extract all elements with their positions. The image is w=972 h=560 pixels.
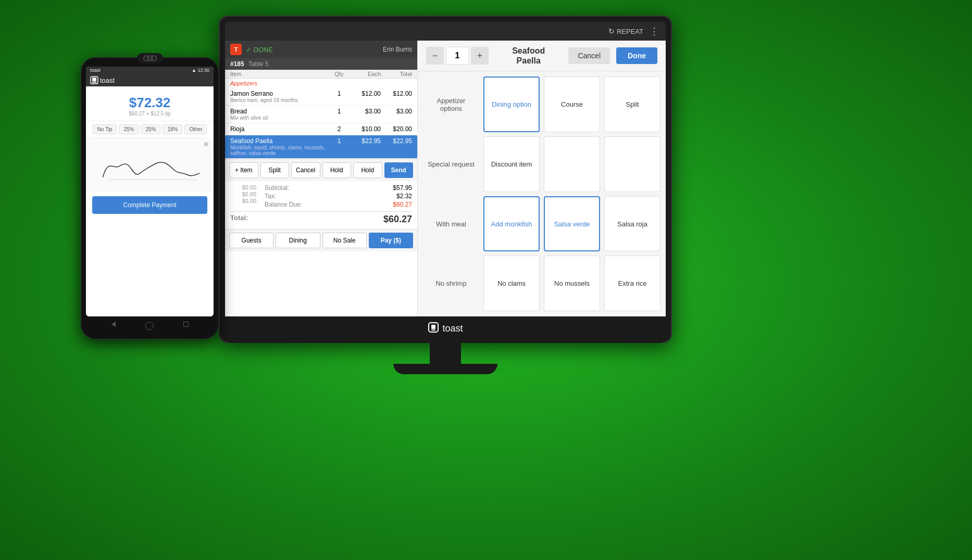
tip-18-button[interactable]: 18% [163, 124, 182, 134]
col-total-header: Total [381, 71, 412, 77]
close-icon[interactable]: ✕ [203, 140, 209, 148]
back-button[interactable] [111, 322, 116, 327]
extra-rice-button[interactable]: Extra rice [604, 256, 661, 311]
order-item[interactable]: Jamon SerranoIberico ham, aged 18 months… [225, 88, 417, 106]
no-clams-button[interactable]: No clams [483, 256, 540, 311]
split-mod-button[interactable]: Split [604, 77, 661, 132]
course-button[interactable]: Course [544, 77, 600, 132]
tax-label: Tax: [265, 193, 276, 200]
monitor-brand-text: toast [442, 323, 463, 334]
phone-signal-time: ▲ 12:30 [192, 68, 209, 73]
quantity-control: − 1 + [426, 47, 489, 65]
no-tip-button[interactable]: No Tip [93, 124, 117, 134]
order-item[interactable]: Rioja 2 $10.00 $20.00 [225, 123, 417, 135]
done-label[interactable]: ✓ DONE [246, 46, 273, 54]
tip-other-button[interactable]: Other [184, 124, 207, 134]
pos-header: T ✓ DONE Erin Burris [225, 41, 417, 58]
pos-totals: $0.00$0.00$0.00 Subtotal: $57.95 Tax: $2… [225, 181, 417, 229]
monitor-stand-neck [430, 343, 461, 364]
nfc-icon [137, 53, 163, 63]
pos-layout: T ✓ DONE Erin Burris #185 Table 5 Item Q… [225, 41, 666, 316]
dining-option-button[interactable]: Dining option [483, 77, 540, 132]
cancel-button[interactable]: Cancel [291, 162, 320, 178]
salsa-roja-button[interactable]: Salsa roja [604, 196, 661, 252]
modifier-done-button[interactable]: Done [616, 47, 657, 64]
tax-row: Tax: $2.32 [265, 193, 412, 200]
with-meal-label: With meal [423, 196, 479, 252]
special-request-label: Special request [423, 136, 479, 192]
monitor-screen-outer: ↻ REPEAT ⋮ T ✓ DONE Erin Burris #185 [219, 16, 672, 343]
waiter-name: Erin Burris [383, 46, 412, 53]
signature-area[interactable]: ✕ [86, 138, 214, 192]
svg-rect-8 [92, 82, 96, 83]
signature-svg [92, 148, 207, 185]
tip-25-button[interactable]: 25% [119, 124, 139, 134]
recent-apps-button[interactable] [183, 322, 189, 327]
complete-payment-button[interactable]: Complete Payment [92, 196, 207, 214]
send-button[interactable]: Send [384, 162, 414, 178]
hold-button-2[interactable]: Hold [353, 162, 382, 178]
tip-row: No Tip 25% 25% 18% Other [86, 121, 214, 137]
order-number: #185 [230, 60, 244, 68]
monitor-brand: toast [225, 322, 666, 340]
discount-item-button[interactable]: Discount item [483, 136, 540, 192]
appetizer-options-label: Appetizer options [423, 77, 479, 132]
repeat-icon: ↻ [608, 27, 615, 35]
subtotal-label: Subtotal: [265, 184, 289, 192]
phone-toast-brand: toast [90, 76, 209, 84]
balance-value: $60.27 [393, 201, 412, 208]
hold-button[interactable]: Hold [322, 162, 352, 178]
pos-bottom-bar: Guests Dining No Sale Pay ($) [225, 229, 417, 251]
no-sale-button[interactable]: No Sale [322, 233, 367, 248]
guests-button[interactable]: Guests [229, 233, 273, 248]
order-item-selected[interactable]: Seafood PaellaMonkfish, squid, shrimp, c… [225, 135, 417, 159]
phone-header: toast [86, 74, 214, 86]
salsa-verde-button[interactable]: Salsa verde [544, 196, 600, 252]
pos-action-bar: + Item Split Cancel Hold Hold Send [225, 159, 417, 181]
balance-label: Balance Due: [265, 201, 302, 208]
monitor-screen: T ✓ DONE Erin Burris #185 Table 5 Item Q… [225, 41, 666, 316]
pay-button[interactable]: Pay ($) [369, 233, 413, 248]
more-options-icon[interactable]: ⋮ [650, 26, 659, 37]
increase-qty-button[interactable]: + [471, 47, 489, 65]
svg-point-5 [151, 56, 156, 61]
no-mussels-button[interactable]: No mussels [544, 256, 600, 311]
repeat-button[interactable]: ↻ REPEAT [608, 27, 643, 35]
phone-outer: toast ▲ 12:30 toast $72.32 $60.27 + $12.… [81, 57, 219, 339]
phone-total-area: $72.32 $60.27 + $12.5 tip [86, 86, 214, 121]
monitor: ↻ REPEAT ⋮ T ✓ DONE Erin Burris #185 [219, 16, 672, 374]
balance-row: Balance Due: $60.27 [265, 201, 412, 208]
modifier-panel: − 1 + SeafoodPaella Cancel Done Appetize… [418, 41, 666, 316]
qty-display: 1 [446, 47, 469, 65]
total-value: $60.27 [383, 214, 412, 225]
col-each-header: Each [350, 71, 381, 77]
toast-logo-icon: T [230, 44, 242, 55]
decrease-qty-button[interactable]: − [426, 47, 444, 65]
monitor-top-bar: ↻ REPEAT ⋮ [225, 22, 666, 41]
add-item-button[interactable]: + Item [229, 162, 258, 178]
svg-rect-1 [431, 325, 435, 329]
phone-total-sub: $60.27 + $12.5 tip [92, 111, 207, 117]
subtotal-row: Subtotal: $57.95 [265, 184, 412, 192]
home-button[interactable] [145, 322, 154, 330]
monitor-toast-logo [428, 322, 439, 336]
order-item[interactable]: BreadMix with olive oil 1 $3.00 $3.00 [225, 106, 417, 123]
order-meta: #185 Table 5 [225, 58, 417, 70]
table-name: Table 5 [248, 60, 269, 68]
modifier-cancel-button[interactable]: Cancel [568, 47, 610, 64]
add-monkfish-button[interactable]: Add monkfish [483, 196, 540, 252]
repeat-label: REPEAT [617, 28, 643, 35]
svg-rect-2 [431, 329, 435, 330]
column-headers: Item Qty Each Total [225, 70, 417, 79]
no-shrimp-label: No shrimp [423, 256, 479, 311]
svg-rect-7 [92, 78, 96, 81]
col-qty-header: Qty [329, 71, 350, 77]
modifier-header: − 1 + SeafoodPaella Cancel Done [418, 41, 666, 71]
tip-25b-button[interactable]: 25% [141, 124, 160, 134]
dining-button[interactable]: Dining [276, 233, 320, 248]
split-button[interactable]: Split [260, 162, 290, 178]
modifier-grid: Appetizer options Dining option Course S… [418, 71, 666, 316]
phone-screen: toast ▲ 12:30 toast $72.32 $60.27 + $12.… [86, 67, 214, 316]
monitor-bezel-bottom: toast [225, 316, 666, 343]
subtotal-value: $57.95 [393, 184, 412, 192]
